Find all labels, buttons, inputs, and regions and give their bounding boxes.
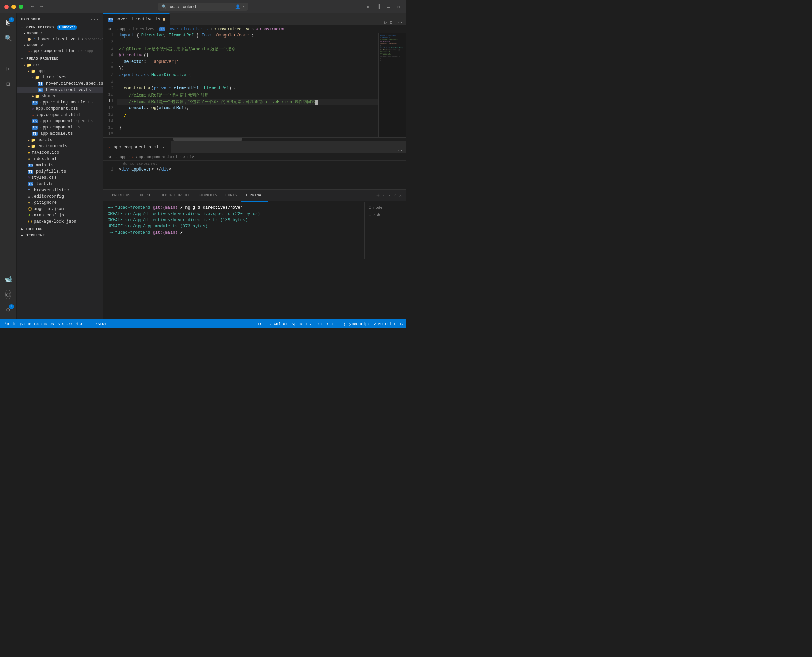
bc-app[interactable]: app <box>120 27 126 31</box>
tree-item-favicon[interactable]: ★ favicon.ico <box>17 149 103 156</box>
minimize-button[interactable] <box>11 5 16 9</box>
tree-item-editorconfig[interactable]: ⚙ .editorconfig <box>17 193 103 200</box>
run-testcases-status[interactable]: ▷ Run Testcases <box>20 322 54 326</box>
run-icon[interactable]: ▷ <box>385 19 387 25</box>
panel-close-button[interactable]: ✕ <box>399 193 402 198</box>
sidebar-item-search[interactable]: 🔍 <box>2 31 15 45</box>
tree-item-main[interactable]: TS main.ts <box>17 162 103 168</box>
terminal-session-node[interactable]: ⊡ node <box>365 204 406 211</box>
tree-item-app-css[interactable]: # app.component.css <box>17 106 103 112</box>
maximize-icon[interactable]: ⊡ <box>395 3 402 11</box>
tree-item-browserslist[interactable]: ≡ .browserslistrc <box>17 187 103 193</box>
tree-item-test[interactable]: TS test.ts <box>17 181 103 187</box>
tree-item-polyfills[interactable]: TS polyfills.ts <box>17 168 103 175</box>
eol-status[interactable]: LF <box>332 322 337 326</box>
editor2-more-icon[interactable]: ··· <box>394 148 403 153</box>
errors-status[interactable]: ✕ 0 ⚠ 0 <box>58 322 72 326</box>
bc2-div[interactable]: ⊙ div <box>183 154 194 159</box>
sidebar-item-extensions[interactable]: ⊞ <box>2 77 15 91</box>
bc2-app[interactable]: app <box>120 155 126 159</box>
editor1-scrollbar[interactable] <box>103 137 406 141</box>
layout-icon[interactable]: ⊞ <box>365 3 372 11</box>
sidebar-more-button[interactable]: ··· <box>90 17 99 22</box>
sidebar-item-run[interactable]: ▷ <box>2 62 15 76</box>
group2-header[interactable]: ▾ GROUP 2 <box>17 42 103 48</box>
tab-problems[interactable]: PROBLEMS <box>108 190 134 202</box>
outline-section[interactable]: ▶ OUTLINE <box>17 226 103 232</box>
editor1-code-lines[interactable]: 1 import { Directive, ElementRef } from … <box>103 33 378 137</box>
tab-output[interactable]: OUTPUT <box>134 190 157 202</box>
sidebar-item-settings[interactable]: ⚙ 1 <box>2 303 15 317</box>
bc-file[interactable]: TS hover.directive.ts <box>159 27 208 31</box>
panel-maximize-button[interactable]: ⌃ <box>394 193 397 198</box>
tab-app-component[interactable]: ⬦ app.component.html ✕ <box>103 141 171 153</box>
sync-status[interactable]: ↻ <box>400 322 402 326</box>
tree-item-src[interactable]: ▾ 📁 src <box>17 62 103 68</box>
tab2-close[interactable]: ✕ <box>161 145 166 150</box>
tree-item-directives[interactable]: ▾ 📁 directives <box>17 74 103 81</box>
bc-src[interactable]: src <box>108 27 115 31</box>
tree-item-app-html[interactable]: ⬦ app.component.html <box>17 112 103 118</box>
tree-item-app[interactable]: ▾ 📁 app <box>17 68 103 74</box>
tree-item-index[interactable]: ⬧ index.html <box>17 156 103 162</box>
tree-item-assets[interactable]: ▶ 📁 assets <box>17 137 103 143</box>
tab-debug-console[interactable]: DEBUG CONSOLE <box>156 190 195 202</box>
open-editor-app-component[interactable]: ⬦ app.component.html src/app <box>17 48 103 54</box>
tree-item-shared[interactable]: ▶ 📁 shared <box>17 93 103 99</box>
tree-item-hover-spec[interactable]: TS hover.directive.spec.ts <box>17 81 103 87</box>
split-editor-icon[interactable]: ⊡ <box>389 19 392 25</box>
tree-item-app-module[interactable]: TS app.module.ts <box>17 131 103 137</box>
tree-item-environments[interactable]: ▶ 📁 environments <box>17 143 103 149</box>
editor1-scroll-thumb[interactable] <box>173 138 242 141</box>
bc2-file[interactable]: ⬦ app.component.html <box>132 155 178 159</box>
terminal-session-zsh[interactable]: ⊡ zsh <box>365 211 406 218</box>
search-bar[interactable]: 🔍 👤 ▾ <box>158 3 248 11</box>
terminal-output[interactable]: ●→ fudao-frontend git:(main) ✗ ng g d di… <box>103 202 364 259</box>
spaces-status[interactable]: Spaces: 2 <box>292 322 312 326</box>
new-terminal-button[interactable]: + <box>377 192 380 199</box>
nav-forward-button[interactable]: → <box>38 3 45 11</box>
sidebar-item-explorer[interactable]: ⎘ 1 <box>2 16 15 30</box>
formatter-status[interactable]: ✓ Prettier <box>374 322 396 326</box>
panel-more-button[interactable]: ··· <box>382 193 391 198</box>
panel-toggle-icon[interactable]: ▬ <box>385 3 392 10</box>
tree-item-app-spec[interactable]: TS app.component.spec.ts <box>17 118 103 124</box>
editor2-code-lines[interactable]: 1 <div appHover> </div> <box>103 167 406 189</box>
tab-terminal[interactable]: TERMINAL <box>241 190 268 202</box>
tree-item-styles[interactable]: # styles.css <box>17 175 103 181</box>
tree-item-routing[interactable]: TS app-routing.module.ts <box>17 99 103 106</box>
bc2-src[interactable]: src <box>108 155 115 159</box>
timeline-section[interactable]: ▶ TIMELINE <box>17 232 103 238</box>
project-section[interactable]: ▾ FUDAO-FRONTEND <box>17 56 103 62</box>
open-editor-hover-directive[interactable]: TS hover.directive.ts src/app/direc... <box>17 36 103 42</box>
bc-directives[interactable]: directives <box>132 27 154 31</box>
branch-status[interactable]: ⑂ main <box>3 322 16 326</box>
sidebar-item-docker[interactable]: 🐋 <box>2 272 15 286</box>
tree-item-package-lock[interactable]: {} package-lock.json <box>17 218 103 225</box>
tree-item-karma[interactable]: K karma.conf.js <box>17 212 103 218</box>
position-status[interactable]: Ln 11, Col 61 <box>258 322 288 326</box>
group1-header[interactable]: ▾ GROUP 1 <box>17 31 103 36</box>
editor1-more-icon[interactable]: ··· <box>394 20 403 25</box>
maximize-button[interactable] <box>19 5 23 9</box>
sidebar-item-source-control[interactable]: ⑂ <box>2 47 15 61</box>
search-input[interactable] <box>169 4 234 9</box>
language-status[interactable]: ⟨⟩ TypeScript <box>341 322 370 326</box>
tree-item-app-ts[interactable]: TS app.component.ts <box>17 124 103 131</box>
tree-item-angular-json[interactable]: {} angular.json <box>17 206 103 212</box>
ports-status[interactable]: ⑁ 0 <box>76 322 82 326</box>
encoding-status[interactable]: UTF-8 <box>316 322 328 326</box>
close-button[interactable] <box>4 5 9 9</box>
tab-comments[interactable]: COMMENTS <box>195 190 221 202</box>
tree-item-hover-directive[interactable]: TS hover.directive.ts <box>17 87 103 93</box>
tree-item-gitignore[interactable]: ⬧ .gitignore <box>17 200 103 206</box>
nav-back-button[interactable]: ← <box>29 3 36 11</box>
bc-class[interactable]: ⊕ HoverDirective <box>214 27 251 31</box>
sidebar-item-accounts[interactable]: ◯ <box>2 288 15 301</box>
tab-ports[interactable]: PORTS <box>221 190 241 202</box>
goto-component-hint[interactable]: Go to component <box>103 161 406 167</box>
open-editors-section[interactable]: ▾ OPEN EDITORS 1 unsaved <box>17 24 103 31</box>
sidebar-toggle-icon[interactable]: ▐ <box>375 3 382 10</box>
bc-constructor[interactable]: ⊙ constructor <box>256 27 285 31</box>
tab-hover-directive[interactable]: TS hover.directive.ts <box>103 13 170 25</box>
